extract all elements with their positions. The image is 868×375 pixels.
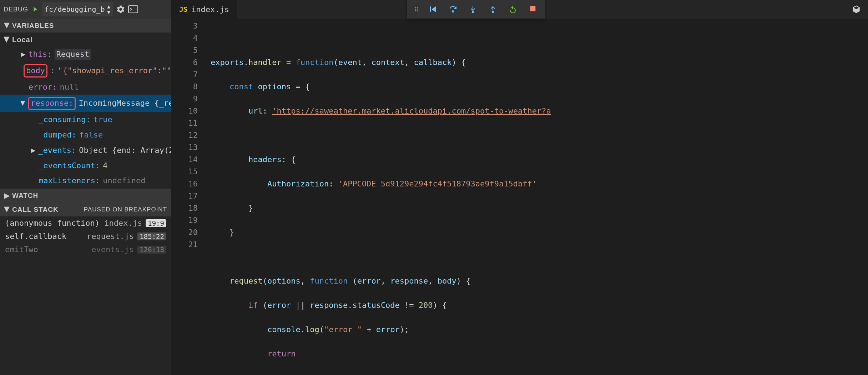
restart-button[interactable] [508,5,518,14]
step-out-button[interactable] [488,5,498,14]
variable-events[interactable]: ▶ _events: Object {end: Array(2), … [0,143,171,158]
debug-toolbar[interactable]: ⠿ [407,0,545,19]
debug-config-dropdown[interactable]: fc/debugging_b ▲▼ [42,2,113,16]
callstack-section-header[interactable]: ▶ CALL STACK PAUSED ON BREAKPOINT [0,202,171,216]
callstack-frame[interactable]: emitTwo events.js 126:13 [0,243,171,256]
grip-icon[interactable]: ⠿ [414,6,418,13]
tab-index-js[interactable]: JS index.js [171,0,237,19]
line-gutter[interactable]: 3 4 5 6 7 8 9 10 11 12 13 14 15 16 17 18… [171,19,207,375]
svg-point-2 [472,11,474,13]
variable-events-count[interactable]: _eventsCount: 4 [0,158,171,174]
dropdown-arrows-icon: ▲▼ [107,4,110,15]
local-scope-header[interactable]: ▶ Local [0,32,171,47]
variable-this[interactable]: ▶ this: Request [0,47,171,62]
svg-point-3 [492,11,494,13]
variable-consuming[interactable]: _consuming: true [0,112,171,128]
variable-response[interactable]: ▶ response: IncomingMessage {_reada… [0,95,171,112]
chevron-down-icon: ▶ [17,101,29,106]
debug-console-icon[interactable] [128,5,138,13]
svg-rect-5 [531,11,534,13]
variable-body[interactable]: body: "{"showapi_res_error":"","s… [0,62,171,80]
chevron-down-icon: ▶ [3,207,11,212]
source-control-icon[interactable] [852,5,861,14]
step-into-button[interactable] [468,5,478,14]
code-content[interactable]: exports.handler = function(event, contex… [207,19,868,375]
start-debug-button[interactable] [31,5,39,13]
gear-icon[interactable] [116,5,125,14]
step-over-button[interactable] [448,5,458,14]
svg-rect-0 [128,6,138,13]
chevron-down-icon: ▶ [3,23,11,29]
svg-point-1 [452,10,454,12]
chevron-right-icon: ▶ [4,191,10,200]
tab-bar: JS index.js ⠿ [171,0,868,19]
js-file-icon: JS [179,5,188,14]
debug-title: DEBUG [4,6,28,13]
variable-error[interactable]: error: null [0,80,171,95]
variable-max-listeners[interactable]: maxListeners: undefined [0,173,171,189]
watch-section-header[interactable]: ▶ WATCH [0,189,171,202]
editor-pane: JS index.js ⠿ 3 4 5 6 7 [171,0,868,375]
chevron-right-icon: ▶ [31,145,35,156]
continue-button[interactable] [428,5,438,14]
callstack-frame[interactable]: self.callback request.js 185:22 [0,230,171,243]
tab-filename: index.js [191,5,229,14]
debug-config-name: fc/debugging_b [45,5,105,14]
debug-header: DEBUG fc/debugging_b ▲▼ [0,0,171,19]
variable-dumped[interactable]: _dumped: false [0,128,171,143]
svg-rect-4 [530,6,536,11]
variables-section-header[interactable]: ▶ VARIABLES [0,19,171,32]
debug-sidebar: DEBUG fc/debugging_b ▲▼ ▶ VARIABLES ▶ Lo… [0,0,171,375]
stop-button[interactable] [528,5,538,14]
chevron-down-icon: ▶ [3,37,11,42]
callstack-frame[interactable]: (anonymous function) index.js 19:9 [0,216,171,230]
chevron-right-icon: ▶ [21,49,25,60]
code-area[interactable]: 3 4 5 6 7 8 9 10 11 12 13 14 15 16 17 18… [171,19,868,375]
